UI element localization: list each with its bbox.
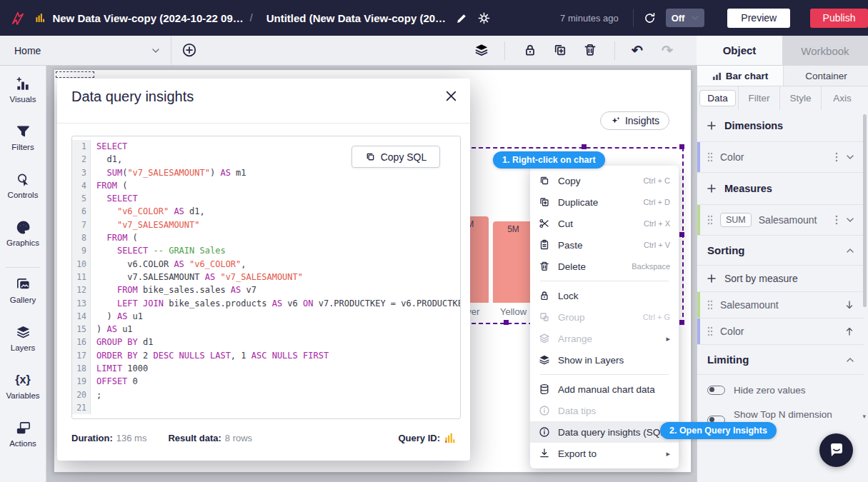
menu-item-label: Lock <box>558 291 670 301</box>
add-sort-by-measure-button[interactable]: Sort by measure <box>697 266 864 292</box>
drag-handle-icon[interactable] <box>707 300 713 310</box>
tab-filter[interactable]: Filter <box>739 86 780 110</box>
arrow-down-icon[interactable] <box>845 301 854 309</box>
menu-item-add-manual-chart-data[interactable]: Add manual chart data <box>530 378 679 400</box>
measure-item-salesamount[interactable]: SUM Salesamount <box>697 205 864 236</box>
sql-line-text: FROM bike_sales.sales AS v7 <box>91 283 256 296</box>
drag-handle-icon[interactable] <box>707 326 713 336</box>
duplicate-toolbar-icon[interactable] <box>553 43 567 57</box>
sidebar-item-graphics[interactable]: Graphics <box>0 218 46 266</box>
menu-item-label: Cut <box>558 219 636 229</box>
page-selector-dropdown[interactable]: Home <box>0 36 171 66</box>
selection-handle[interactable] <box>679 320 684 325</box>
result-data-label: Result data: <box>168 433 221 443</box>
panel-scrollbar[interactable] <box>863 114 867 307</box>
app-logo-icon[interactable] <box>10 9 26 27</box>
tab-style[interactable]: Style <box>780 86 822 110</box>
menu-item-lock[interactable]: Lock <box>530 285 679 306</box>
menu-item-copy[interactable]: CopyCtrl + C <box>530 170 679 191</box>
layers-icon <box>15 323 31 341</box>
insights-label: Insights <box>625 115 659 126</box>
add-dimension-button[interactable]: Dimensions <box>697 110 864 142</box>
selection-handle[interactable] <box>582 144 587 149</box>
selection-handle[interactable] <box>679 144 684 149</box>
limiting-section-header[interactable]: Limiting <box>697 345 864 375</box>
tab-axis[interactable]: Axis <box>822 86 863 110</box>
sql-line-text: ORDER BY 2 DESC NULLS LAST, 1 ASC NULLS … <box>91 349 329 362</box>
selection-handle[interactable] <box>504 320 509 325</box>
tab-workbook[interactable]: Workbook <box>782 36 868 66</box>
refresh-icon[interactable] <box>644 12 656 24</box>
chevron-down-icon[interactable] <box>847 155 854 159</box>
chat-launcher-button[interactable] <box>819 433 853 467</box>
delete-icon <box>539 261 550 272</box>
sql-line-text: FROM ( <box>91 231 138 244</box>
tab-data-label: Data <box>699 90 736 106</box>
menu-item-show-in-layers[interactable]: Show in Layers <box>530 349 679 371</box>
bar-yellow[interactable]: 5M <box>493 221 534 303</box>
tab-container[interactable]: Container <box>783 66 868 86</box>
redo-icon[interactable]: ↷ <box>662 42 673 59</box>
sidebar-item-actions[interactable]: Actions <box>0 418 46 466</box>
dimension-item-color[interactable]: Color <box>697 142 864 173</box>
menu-item-paste[interactable]: PasteCtrl + V <box>530 234 679 256</box>
sidebar-item-filters[interactable]: Filters <box>0 122 46 170</box>
kebab-menu-icon[interactable] <box>835 152 838 162</box>
toggle-switch-icon[interactable] <box>707 386 725 395</box>
preview-button[interactable]: Preview <box>727 9 790 28</box>
sort-item-salesamount[interactable]: Salesamount <box>697 292 864 318</box>
sort-item-color[interactable]: Color <box>697 318 864 345</box>
aggregation-chip[interactable]: SUM <box>720 213 752 227</box>
sidebar-item-gallery[interactable]: Gallery <box>0 275 46 323</box>
lock-toolbar-icon[interactable] <box>523 43 537 57</box>
drag-handle-icon[interactable] <box>707 152 713 162</box>
chevron-down-icon[interactable] <box>847 218 854 222</box>
scroll-down-arrow-icon[interactable]: ▾ <box>862 413 866 420</box>
tab-filter-label: Filter <box>749 93 770 104</box>
menu-item-duplicate[interactable]: DuplicateCtrl + D <box>530 191 679 213</box>
menu-item-group[interactable]: GroupCtrl + G <box>530 306 679 328</box>
sidebar-item-controls[interactable]: Controls <box>0 170 46 218</box>
duration-label: Duration: <box>71 433 113 443</box>
sidebar-item-variables[interactable]: {x}Variables <box>0 371 46 418</box>
selection-handle[interactable] <box>679 232 684 237</box>
arrow-up-icon[interactable] <box>845 327 854 336</box>
filters-icon <box>15 122 31 141</box>
variables-icon: {x} <box>15 371 30 389</box>
tab-data[interactable]: Data <box>697 86 739 110</box>
menu-item-data-tips[interactable]: Data tips <box>530 400 679 421</box>
copy-sql-button[interactable]: Copy SQL <box>351 146 440 168</box>
menu-item-arrange[interactable]: Arrange▸ <box>530 328 679 349</box>
drag-handle-icon[interactable] <box>707 215 713 225</box>
menu-item-data-query-insights-sql[interactable]: Data query insights (SQL) <box>530 421 679 443</box>
line-number: 17 <box>72 349 91 362</box>
view-title[interactable]: Untitled (New Data View-copy (20… <box>266 12 446 24</box>
sorting-section-header[interactable]: Sorting <box>697 236 864 266</box>
tab-bar-chart[interactable]: Bar chart <box>697 66 783 86</box>
publish-button[interactable]: Publish <box>810 9 868 28</box>
undo-icon[interactable]: ↶ <box>632 42 643 59</box>
toggle-hide-zero-values[interactable]: Hide zero values <box>697 375 864 405</box>
sort-accent <box>697 292 700 318</box>
menu-item-delete[interactable]: DeleteBackspace <box>530 256 679 277</box>
document-title[interactable]: New Data View-copy (2024-10-22 09… <box>52 12 243 24</box>
sidebar-item-layers[interactable]: Layers <box>0 323 46 371</box>
chevron-up-icon <box>847 248 854 253</box>
dimension-accent <box>697 142 700 172</box>
dimension-label: Color <box>720 151 744 163</box>
add-item-button[interactable] <box>182 43 196 57</box>
insights-button[interactable]: Insights <box>600 111 669 130</box>
copy-icon <box>365 151 376 162</box>
layers-toolbar-icon[interactable] <box>474 43 489 57</box>
close-icon[interactable] <box>445 90 457 102</box>
menu-item-export-to[interactable]: Export to▸ <box>530 443 679 464</box>
edit-pencil-icon[interactable] <box>456 12 468 24</box>
autosave-dropdown[interactable]: Off <box>666 9 705 27</box>
settings-gear-icon[interactable] <box>478 12 490 24</box>
sidebar-item-visuals[interactable]: Visuals <box>0 74 46 122</box>
menu-item-cut[interactable]: CutCtrl + X <box>530 213 679 234</box>
delete-toolbar-icon[interactable] <box>583 43 597 57</box>
tab-object[interactable]: Object <box>697 36 782 66</box>
kebab-menu-icon[interactable] <box>835 215 838 225</box>
add-measure-button[interactable]: Measures <box>697 173 864 205</box>
